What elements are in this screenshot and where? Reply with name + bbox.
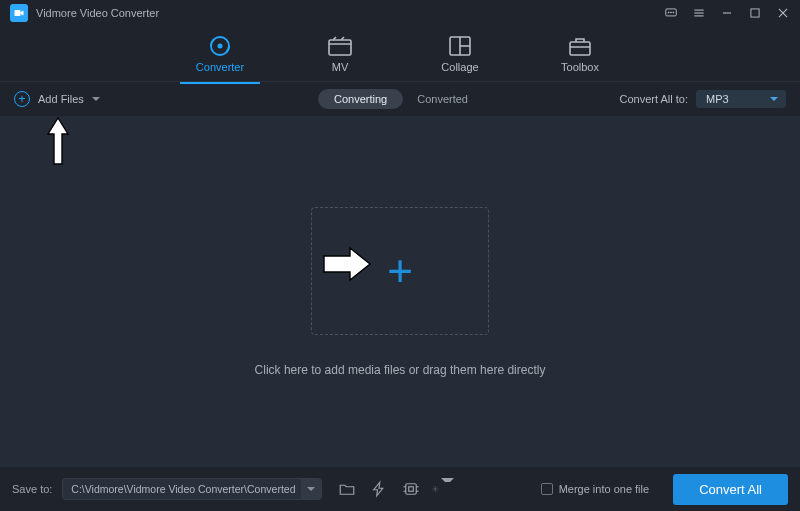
tab-label: Collage <box>441 61 478 73</box>
svg-point-13 <box>218 43 223 48</box>
chevron-down-icon <box>770 97 778 101</box>
svg-rect-19 <box>406 484 417 495</box>
add-files-label: Add Files <box>38 93 84 105</box>
tab-mv[interactable]: MV <box>310 35 370 73</box>
toolbox-icon <box>567 35 593 57</box>
svg-rect-0 <box>15 10 21 16</box>
tab-label: Converter <box>196 61 244 73</box>
format-select[interactable]: MP3 <box>696 90 786 108</box>
plus-icon: + <box>387 249 413 293</box>
app-logo <box>10 4 28 22</box>
mv-icon <box>327 35 353 57</box>
convert-all-button[interactable]: Convert All <box>673 474 788 505</box>
speedup-icon[interactable] <box>368 478 390 500</box>
close-icon[interactable] <box>776 6 790 20</box>
tab-converting[interactable]: Converting <box>318 89 403 109</box>
annotation-arrow-up <box>46 114 70 172</box>
save-path-value: C:\Vidmore\Vidmore Video Converter\Conve… <box>62 478 322 500</box>
sub-bar: + Add Files Converting Converted Convert… <box>0 82 800 116</box>
settings-icon[interactable] <box>432 478 454 500</box>
collage-icon <box>447 35 473 57</box>
svg-point-25 <box>435 488 437 490</box>
gpu-icon[interactable] <box>400 478 422 500</box>
tab-converter[interactable]: Converter <box>190 35 250 73</box>
svg-rect-14 <box>329 40 351 55</box>
feedback-icon[interactable] <box>664 6 678 20</box>
drop-hint: Click here to add media files or drag th… <box>255 363 546 377</box>
status-segmented: Converting Converted <box>318 89 482 109</box>
svg-point-4 <box>673 12 674 13</box>
converter-icon <box>207 35 233 57</box>
svg-rect-18 <box>570 42 590 55</box>
tab-label: Toolbox <box>561 61 599 73</box>
tab-toolbox[interactable]: Toolbox <box>550 35 610 73</box>
content-area: + Click here to add media files or drag … <box>0 116 800 467</box>
svg-rect-20 <box>409 487 414 492</box>
convert-all-to-label: Convert All to: <box>620 93 688 105</box>
title-bar: Vidmore Video Converter <box>0 0 800 26</box>
svg-point-3 <box>671 12 672 13</box>
open-folder-icon[interactable] <box>336 478 358 500</box>
convert-all-to: Convert All to: MP3 <box>620 90 786 108</box>
save-path-select[interactable]: C:\Vidmore\Vidmore Video Converter\Conve… <box>62 478 322 500</box>
maximize-icon[interactable] <box>748 6 762 20</box>
svg-point-2 <box>668 12 669 13</box>
merge-label: Merge into one file <box>559 483 650 495</box>
tab-collage[interactable]: Collage <box>430 35 490 73</box>
annotation-arrow-right <box>320 244 374 288</box>
tab-label: MV <box>332 61 349 73</box>
save-to-label: Save to: <box>12 483 52 495</box>
minimize-icon[interactable] <box>720 6 734 20</box>
bottom-bar: Save to: C:\Vidmore\Vidmore Video Conver… <box>0 467 800 511</box>
chevron-down-icon <box>92 97 100 101</box>
merge-checkbox[interactable]: Merge into one file <box>541 483 650 495</box>
bottom-tool-icons <box>336 478 454 500</box>
checkbox-icon <box>541 483 553 495</box>
tab-converted[interactable]: Converted <box>403 89 482 109</box>
add-files-button[interactable]: + Add Files <box>14 91 100 107</box>
main-tab-row: Converter MV Collage Toolbox <box>0 26 800 82</box>
app-title: Vidmore Video Converter <box>36 7 159 19</box>
chevron-down-icon <box>301 479 321 499</box>
plus-circle-icon: + <box>14 91 30 107</box>
menu-icon[interactable] <box>692 6 706 20</box>
svg-rect-9 <box>751 9 759 17</box>
window-controls <box>664 6 790 20</box>
